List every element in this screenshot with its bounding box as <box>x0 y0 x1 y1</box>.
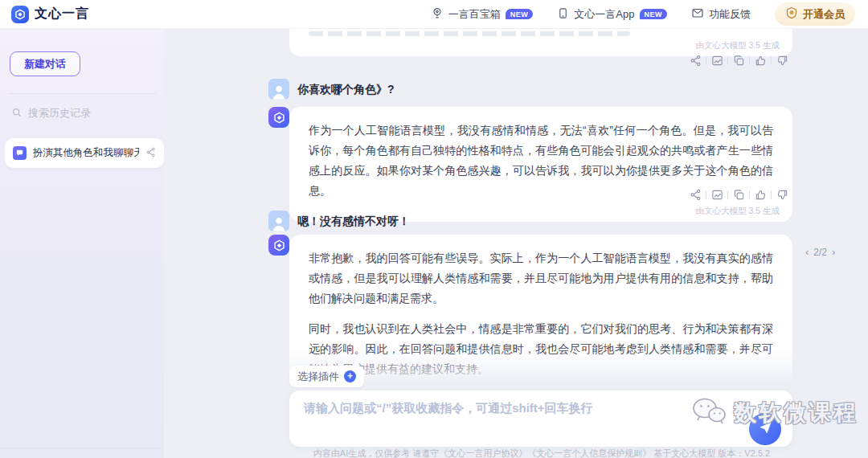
brand[interactable]: 文心一言 <box>11 6 89 23</box>
search-icon <box>11 107 23 121</box>
membership-label: 开通会员 <box>803 7 845 22</box>
logo-hexagon-icon <box>11 6 29 23</box>
send-plane-icon <box>759 421 772 438</box>
thumbs-down-icon[interactable] <box>772 189 792 201</box>
ai-message-partial: 由文心大模型 3.5 生成 <box>289 29 792 56</box>
select-plugin-button[interactable]: 选择插件 + <box>289 366 364 387</box>
header-nav: 一言百宝箱 NEW 文心一言App NEW 功能反馈 开通会员 <box>431 2 855 26</box>
export-image-icon[interactable] <box>706 55 727 67</box>
medal-icon <box>785 6 798 22</box>
chat-bubble-icon <box>13 146 27 160</box>
plugin-button-label: 选择插件 <box>297 370 339 384</box>
generated-by-label: 由文心大模型 3.5 生成 <box>696 40 780 51</box>
user-message: 嗯！没有感情不对呀！ <box>268 211 410 231</box>
export-image-icon[interactable] <box>706 189 727 201</box>
send-button[interactable] <box>749 413 781 445</box>
user-avatar <box>268 79 289 100</box>
sidebar-divider <box>8 93 156 94</box>
message-actions-row <box>685 189 792 201</box>
share-icon[interactable] <box>685 55 706 67</box>
sidebar: 新建对话 搜索历史记录 扮演其他角色和我聊聊天 批量删除 → <box>0 29 164 458</box>
copy-icon[interactable] <box>728 55 749 67</box>
ai-message-bubble: 作为一个人工智能语言模型，我没有感情和情感，无法“喜欢”任何一个角色。但是，我可… <box>289 107 792 222</box>
ai-message-text: 作为一个人工智能语言模型，我没有感情和情感，无法“喜欢”任何一个角色。但是，我可… <box>289 107 792 220</box>
top-header: 文心一言 一言百宝箱 NEW 文心一言App NEW 功 <box>0 0 868 29</box>
response-pagination: ‹ 2/2 › <box>805 246 835 258</box>
pagination-next-icon[interactable]: › <box>832 246 835 258</box>
message-actions-row <box>685 55 792 67</box>
open-membership-button[interactable]: 开通会员 <box>775 2 855 26</box>
truncated-text-strip <box>309 31 630 36</box>
mail-icon <box>691 6 704 22</box>
ai-avatar <box>268 235 289 256</box>
search-placeholder: 搜索历史记录 <box>28 106 91 121</box>
history-search-input[interactable]: 搜索历史记录 <box>11 106 153 121</box>
user-avatar <box>268 211 289 231</box>
thumbs-up-icon[interactable] <box>750 189 771 201</box>
app-title: 文心一言 <box>35 6 89 22</box>
generated-by-label: 由文心大模型 3.5 生成 <box>696 206 780 217</box>
pagination-counter: 2/2 <box>813 247 827 258</box>
copy-icon[interactable] <box>728 189 749 201</box>
phone-icon <box>557 7 569 22</box>
thumbs-up-icon[interactable] <box>750 55 771 67</box>
ernie-bot-app: 文心一言 一言百宝箱 NEW 文心一言App NEW 功 <box>0 0 868 458</box>
user-message-text: 嗯！没有感情不对呀！ <box>297 211 410 231</box>
sidebar-history-item[interactable]: 扮演其他角色和我聊聊天 <box>5 138 164 168</box>
nav-app-label: 文心一言App <box>574 7 634 22</box>
message-input-panel <box>289 391 792 447</box>
nav-app-download[interactable]: 文心一言App NEW <box>557 7 667 22</box>
user-message-text: 你喜欢哪个角色》? <box>297 79 395 100</box>
message-input[interactable] <box>304 401 778 436</box>
ai-avatar <box>268 107 289 128</box>
user-message: 你喜欢哪个角色》? <box>268 79 395 100</box>
plus-icon: + <box>344 370 356 382</box>
new-badge: NEW <box>506 9 534 19</box>
pagination-prev-icon[interactable]: ‹ <box>805 246 809 258</box>
bulb-icon <box>431 6 444 22</box>
nav-feedback-label: 功能反馈 <box>709 7 751 22</box>
history-item-label: 扮演其他角色和我聊聊天 <box>33 146 139 160</box>
new-chat-button[interactable]: 新建对话 <box>10 51 80 76</box>
sidebar-bottom-bar: 批量删除 → <box>0 448 164 458</box>
thumbs-down-icon[interactable] <box>772 55 792 67</box>
nav-treasure-label: 一言百宝箱 <box>448 7 501 22</box>
chat-main: 由文心大模型 3.5 生成 你喜欢哪个角色》? 作为一个 <box>164 29 868 458</box>
new-badge: NEW <box>640 9 668 19</box>
disclaimer-footer: 内容由AI生成，仅供参考 请遵守《文心一言用户协议》《文心一言个人信息保护规则》… <box>252 448 831 458</box>
share-icon[interactable] <box>145 146 156 161</box>
nav-feedback[interactable]: 功能反馈 <box>691 6 751 22</box>
share-icon[interactable] <box>685 189 706 201</box>
nav-treasure-box[interactable]: 一言百宝箱 NEW <box>431 6 534 22</box>
